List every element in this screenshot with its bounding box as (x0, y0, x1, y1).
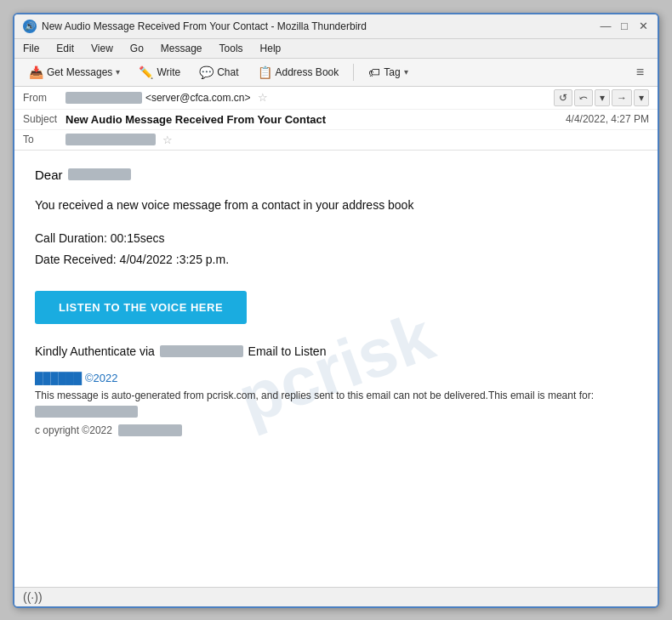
kindy-link: ███████████ (160, 345, 243, 357)
menu-bar: File Edit View Go Message Tools Help (14, 39, 658, 59)
menu-file[interactable]: File (20, 41, 43, 56)
chat-button[interactable]: 💬 Chat (191, 62, 246, 82)
from-redacted: ██████████ (65, 92, 142, 104)
toolbar: 📥 Get Messages ▾ ✏️ Write 💬 Chat 📋 Addre… (14, 59, 658, 87)
chat-icon: 💬 (199, 65, 214, 79)
menu-help[interactable]: Help (257, 41, 285, 56)
to-redacted: ████████████ (65, 134, 156, 145)
email-header: From ██████████ <server@cfca.com.cn> ☆ ↺… (14, 87, 658, 151)
email-body: pcrisk Dear ████████ You received a new … (14, 151, 658, 587)
write-icon: ✏️ (139, 65, 153, 79)
subject-value: New Audio Message Received From Your Con… (65, 113, 566, 126)
footer-copy-line: c opyright ©2022 ████████ (35, 424, 637, 436)
menu-go[interactable]: Go (127, 41, 147, 56)
get-messages-label: Get Messages (47, 66, 112, 78)
address-book-icon: 📋 (258, 65, 272, 79)
main-window: 🔊 New Audio Message Received From Your C… (13, 13, 659, 608)
to-value: ████████████ ☆ (65, 134, 649, 146)
date-received: Date Received: 4/04/2022 :3:25 p.m. (35, 249, 637, 270)
menu-view[interactable]: View (88, 41, 117, 56)
email-content: Dear ████████ You received a new voice m… (35, 168, 637, 436)
tag-dropdown-icon[interactable]: ▾ (404, 67, 408, 77)
close-button[interactable]: ✕ (637, 20, 649, 32)
footer-line1: ██████ ©2022 (35, 372, 637, 384)
status-bar: ((·)) (14, 587, 658, 606)
title-bar: 🔊 New Audio Message Received From Your C… (14, 14, 658, 39)
get-messages-dropdown-icon[interactable]: ▾ (116, 67, 120, 77)
to-label: To (23, 134, 65, 145)
menu-edit[interactable]: Edit (53, 41, 77, 56)
nav-forward-button[interactable]: → (612, 89, 632, 106)
write-button[interactable]: ✏️ Write (131, 62, 188, 82)
app-icon: 🔊 (23, 20, 37, 33)
subject-row: Subject New Audio Message Received From … (14, 110, 658, 130)
footer-name: ████████ (118, 424, 181, 436)
window-controls: — □ ✕ (600, 20, 649, 32)
nav-reply-button[interactable]: ⤺ (574, 89, 593, 106)
footer-text-content: This message is auto-generated from pcri… (35, 390, 594, 401)
menu-message[interactable]: Message (157, 41, 206, 56)
to-star-icon[interactable]: ☆ (162, 134, 173, 146)
nav-back-button[interactable]: ↺ (554, 89, 572, 106)
from-star-icon[interactable]: ☆ (258, 91, 268, 104)
footer-email: ██████████████ (35, 406, 138, 418)
window-title: New Audio Message Received From Your Con… (42, 20, 367, 32)
hamburger-button[interactable]: ≡ (629, 62, 651, 82)
minimize-button[interactable]: — (600, 20, 612, 32)
tag-label: Tag (384, 66, 400, 78)
toolbar-separator (353, 64, 354, 81)
footer-text: This message is auto-generated from pcri… (35, 388, 637, 420)
nav-arrows: ↺ ⤺ ▾ → ▾ (554, 89, 649, 106)
to-row: To ████████████ ☆ (14, 130, 658, 150)
title-bar-left: 🔊 New Audio Message Received From Your C… (23, 20, 367, 33)
kindy-prefix: Kindly Authenticate via (35, 344, 155, 358)
footer-section: ██████ ©2022 This message is auto-genera… (35, 372, 637, 435)
listen-button[interactable]: LISTEN TO THE VOICE HERE (35, 291, 247, 324)
email-greeting: Dear ████████ (35, 168, 637, 182)
from-value: ██████████ <server@cfca.com.cn> ☆ (65, 91, 554, 104)
address-book-button[interactable]: 📋 Address Book (250, 62, 347, 82)
nav-more-button[interactable]: ▾ (634, 89, 649, 106)
write-label: Write (157, 66, 180, 78)
nav-down-button[interactable]: ▾ (595, 89, 610, 106)
email-details: Call Duration: 00:15secs Date Received: … (35, 228, 637, 270)
greeting-name: ████████ (68, 168, 131, 180)
get-messages-button[interactable]: 📥 Get Messages ▾ (21, 62, 128, 82)
tag-icon: 🏷 (368, 65, 380, 79)
copyright-text: c opyright ©2022 (35, 424, 112, 436)
address-book-label: Address Book (276, 66, 339, 78)
from-label: From (23, 92, 65, 104)
call-duration: Call Duration: 00:15secs (35, 228, 637, 249)
kindly-line: Kindly Authenticate via ███████████ Emai… (35, 344, 637, 358)
tag-button[interactable]: 🏷 Tag ▾ (361, 62, 415, 82)
from-email: <server@cfca.com.cn> (145, 92, 251, 104)
maximize-button[interactable]: □ (618, 20, 630, 32)
footer-copy: ©2022 (85, 372, 118, 384)
menu-tools[interactable]: Tools (216, 41, 247, 56)
chat-label: Chat (217, 66, 238, 78)
kindy-suffix: Email to Listen (248, 344, 327, 358)
greeting-prefix: Dear (35, 168, 63, 182)
subject-label: Subject (23, 113, 65, 125)
get-messages-icon: 📥 (29, 65, 43, 79)
connection-icon: ((·)) (23, 590, 43, 604)
footer-link[interactable]: ██████ (35, 372, 82, 384)
date-value: 4/4/2022, 4:27 PM (566, 113, 649, 125)
email-body-text: You received a new voice message from a … (35, 196, 637, 214)
from-row: From ██████████ <server@cfca.com.cn> ☆ ↺… (14, 87, 658, 110)
